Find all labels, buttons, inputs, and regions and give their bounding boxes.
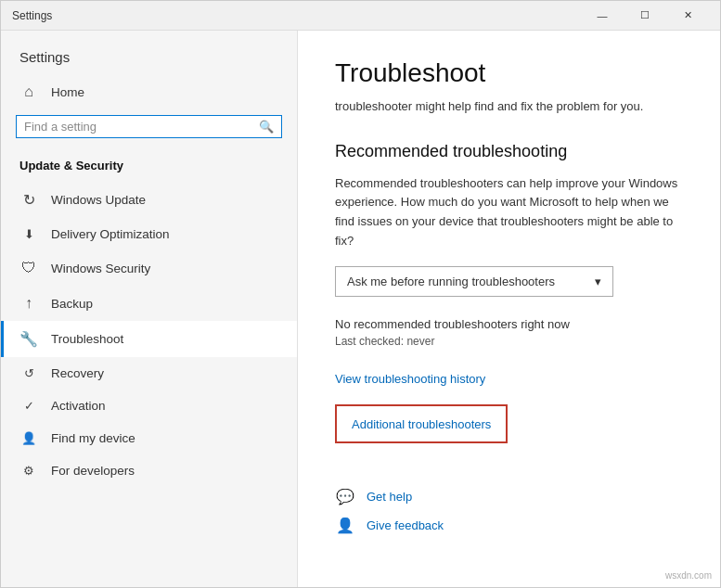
sidebar-item-find-my-device[interactable]: 👤 Find my device [1, 422, 297, 454]
additional-troubleshooters-link[interactable]: Additional troubleshooters [352, 417, 491, 431]
settings-window: Settings — ☐ ✕ Settings ⌂ Home 🔍 Update … [0, 0, 721, 588]
sidebar-item-for-developers[interactable]: ⚙ For developers [1, 454, 297, 487]
windows-update-icon: ↻ [19, 191, 38, 209]
sidebar-item-find-my-device-label: Find my device [51, 431, 135, 445]
last-checked-label: Last checked: never [335, 335, 683, 348]
sidebar-item-backup[interactable]: ↑ Backup [1, 286, 297, 321]
sidebar-item-activation[interactable]: ✓ Activation [1, 390, 297, 422]
search-box: 🔍 [16, 115, 282, 138]
troubleshoot-icon: 🔧 [19, 330, 38, 348]
sidebar-item-home[interactable]: ⌂ Home [1, 74, 297, 109]
help-section: 💬 Get help 👤 Give feedback [335, 488, 683, 534]
main-content: Troubleshoot troubleshooter might help f… [298, 31, 720, 587]
sidebar: Settings ⌂ Home 🔍 Update & Security ↻ Wi… [1, 31, 298, 587]
window-body: Settings ⌂ Home 🔍 Update & Security ↻ Wi… [1, 31, 720, 587]
sidebar-section-title: Update & Security [1, 153, 297, 182]
sidebar-item-recovery-label: Recovery [51, 366, 104, 380]
sidebar-title: Settings [1, 31, 297, 74]
page-title: Troubleshoot [335, 58, 683, 88]
no-troubleshooters-text: No recommended troubleshooters right now [335, 317, 683, 331]
give-feedback-item: 👤 Give feedback [335, 517, 683, 534]
for-developers-icon: ⚙ [19, 464, 38, 478]
home-icon: ⌂ [19, 83, 38, 100]
view-history-link[interactable]: View troubleshooting history [335, 372, 485, 386]
close-button[interactable]: ✕ [666, 1, 709, 31]
get-help-icon: 💬 [335, 488, 355, 505]
recommended-section-title: Recommended troubleshooting [335, 142, 683, 161]
minimize-button[interactable]: — [581, 1, 624, 31]
give-feedback-icon: 👤 [335, 517, 355, 534]
sidebar-item-delivery-optimization-label: Delivery Optimization [51, 227, 170, 241]
sidebar-item-troubleshoot[interactable]: 🔧 Troubleshoot [1, 321, 297, 357]
find-my-device-icon: 👤 [19, 431, 38, 445]
troubleshooter-dropdown[interactable]: Ask me before running troubleshooters ▾ [335, 266, 613, 297]
search-input[interactable] [24, 120, 259, 134]
sidebar-item-troubleshoot-label: Troubleshoot [51, 332, 123, 346]
sidebar-item-recovery[interactable]: ↺ Recovery [1, 357, 297, 390]
sidebar-item-home-label: Home [51, 85, 84, 99]
maximize-button[interactable]: ☐ [624, 1, 666, 31]
sidebar-item-windows-security-label: Windows Security [51, 262, 150, 275]
sidebar-item-activation-label: Activation [51, 399, 106, 413]
window-controls: — ☐ ✕ [581, 1, 709, 31]
search-icon-button[interactable]: 🔍 [259, 120, 274, 134]
recovery-icon: ↺ [19, 366, 38, 380]
windows-security-icon: 🛡 [19, 260, 38, 276]
dropdown-value: Ask me before running troubleshooters [347, 275, 555, 288]
additional-troubleshooters-box: Additional troubleshooters [335, 404, 508, 443]
chevron-down-icon: ▾ [595, 275, 601, 288]
backup-icon: ↑ [19, 295, 38, 312]
delivery-optimization-icon: ⬇ [19, 227, 38, 241]
give-feedback-link[interactable]: Give feedback [367, 518, 444, 532]
intro-text: troubleshooter might help find and fix t… [335, 97, 683, 116]
sidebar-item-windows-update[interactable]: ↻ Windows Update [1, 182, 297, 218]
sidebar-item-backup-label: Backup [51, 297, 93, 311]
title-bar: Settings — ☐ ✕ [1, 1, 720, 31]
sidebar-item-for-developers-label: For developers [51, 464, 135, 478]
section-description: Recommended troubleshooters can help imp… [335, 174, 683, 251]
get-help-item: 💬 Get help [335, 488, 683, 505]
sidebar-item-windows-update-label: Windows Update [51, 193, 146, 207]
sidebar-item-windows-security[interactable]: 🛡 Windows Security [1, 250, 297, 286]
window-title: Settings [12, 9, 52, 22]
sidebar-item-delivery-optimization[interactable]: ⬇ Delivery Optimization [1, 218, 297, 250]
activation-icon: ✓ [19, 399, 38, 413]
get-help-link[interactable]: Get help [367, 490, 412, 504]
